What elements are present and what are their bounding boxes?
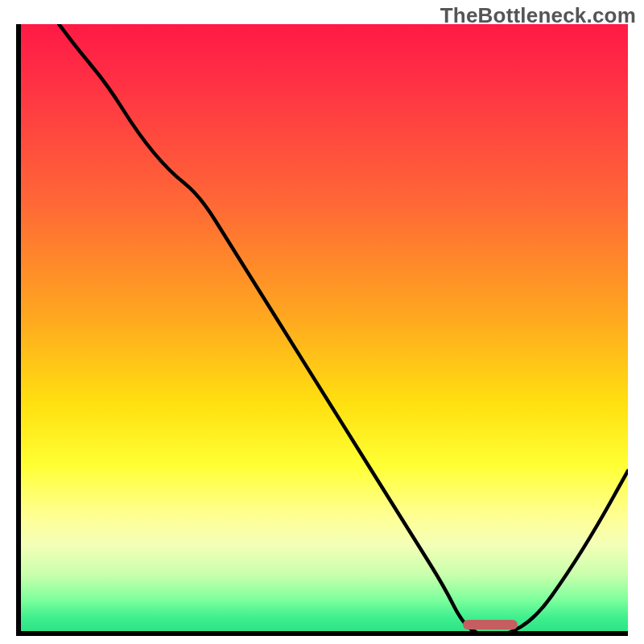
chart-plot-area bbox=[16, 24, 628, 636]
bottleneck-curve bbox=[16, 24, 628, 636]
optimal-range-marker bbox=[463, 620, 518, 630]
